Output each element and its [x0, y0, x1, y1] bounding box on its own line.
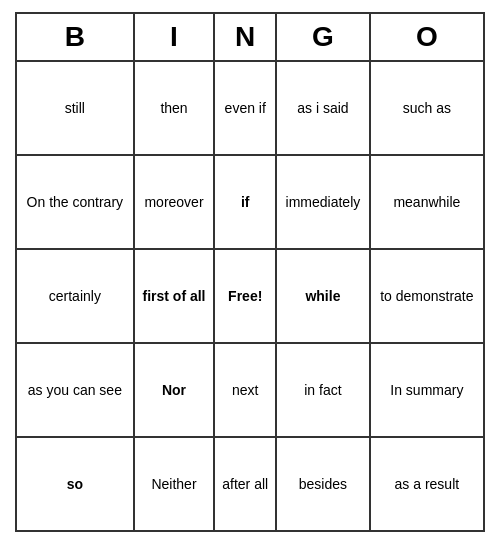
cell-r3-c2: first of all: [134, 249, 215, 343]
cell-r2-c1: On the contrary: [16, 155, 134, 249]
cell-r1-c1: still: [16, 61, 134, 155]
cell-r4-c5: In summary: [370, 343, 484, 437]
cell-r1-c5: such as: [370, 61, 484, 155]
cell-r5-c5: as a result: [370, 437, 484, 531]
cell-r3-c3: Free!: [214, 249, 276, 343]
header-g: G: [276, 13, 370, 61]
cell-r2-c4: immediately: [276, 155, 370, 249]
cell-r2-c5: meanwhile: [370, 155, 484, 249]
cell-r4-c2: Nor: [134, 343, 215, 437]
cell-r4-c1: as you can see: [16, 343, 134, 437]
bingo-table: B I N G O stilltheneven ifas i saidsuch …: [15, 12, 485, 532]
cell-r3-c4: while: [276, 249, 370, 343]
cell-r3-c5: to demonstrate: [370, 249, 484, 343]
bingo-card: B I N G O stilltheneven ifas i saidsuch …: [15, 12, 485, 532]
cell-r5-c4: besides: [276, 437, 370, 531]
cell-r2-c2: moreover: [134, 155, 215, 249]
header-o: O: [370, 13, 484, 61]
header-b: B: [16, 13, 134, 61]
cell-r1-c3: even if: [214, 61, 276, 155]
cell-r1-c4: as i said: [276, 61, 370, 155]
cell-r5-c1: so: [16, 437, 134, 531]
cell-r3-c1: certainly: [16, 249, 134, 343]
cell-r5-c2: Neither: [134, 437, 215, 531]
header-n: N: [214, 13, 276, 61]
cell-r1-c2: then: [134, 61, 215, 155]
cell-r4-c4: in fact: [276, 343, 370, 437]
header-i: I: [134, 13, 215, 61]
cell-r5-c3: after all: [214, 437, 276, 531]
cell-r4-c3: next: [214, 343, 276, 437]
cell-r2-c3: if: [214, 155, 276, 249]
